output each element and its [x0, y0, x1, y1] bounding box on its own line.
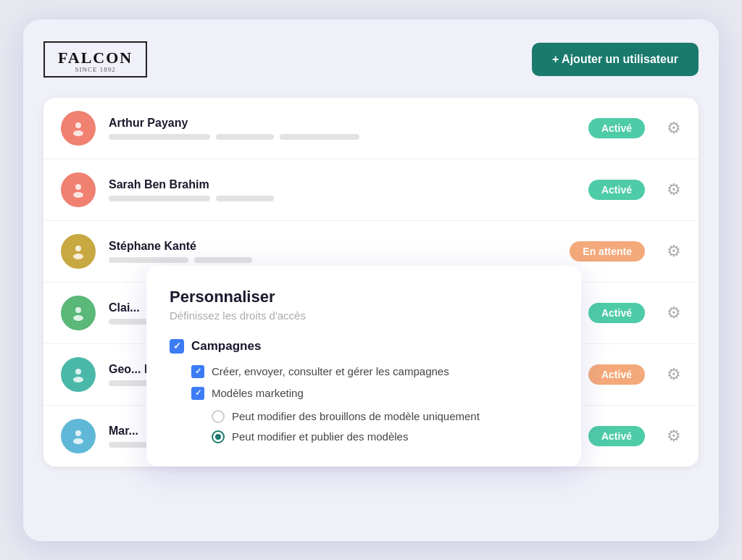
- gear-icon[interactable]: ⚙: [667, 242, 681, 261]
- radio-publish[interactable]: [212, 430, 225, 443]
- radio-drafts[interactable]: [212, 410, 225, 423]
- avatar: [61, 172, 96, 207]
- avatar: [61, 111, 96, 146]
- status-badge: Activé: [588, 364, 645, 385]
- radio-label-publish: Peut modifier et publier des modèles: [232, 430, 408, 443]
- campagnes-checkbox[interactable]: [170, 339, 184, 354]
- app-container: FALCON SINCE 1892 + Ajouter un utilisate…: [23, 20, 719, 541]
- bar: [109, 134, 210, 140]
- popup-title: Personnaliser: [170, 288, 558, 306]
- bar: [216, 134, 274, 140]
- status-badge: En attente: [570, 241, 645, 262]
- table-row: Sarah Ben Brahim Activé ⚙: [43, 159, 699, 221]
- avatar: [61, 234, 96, 269]
- svg-point-1: [73, 130, 83, 136]
- user-bars: [109, 257, 556, 263]
- top-bar: FALCON SINCE 1892 + Ajouter un utilisate…: [43, 41, 699, 78]
- gear-icon[interactable]: ⚙: [667, 304, 681, 322]
- user-info: Stéphane Kanté: [109, 240, 556, 263]
- permission-list: Créer, envoyer, consulter et gérer les c…: [170, 365, 558, 443]
- gear-icon[interactable]: ⚙: [667, 365, 681, 384]
- perm-checkbox-templates[interactable]: [191, 387, 204, 400]
- user-info: Sarah Ben Brahim: [109, 178, 575, 201]
- perm-label: Créer, envoyer, consulter et gérer les c…: [212, 365, 449, 377]
- svg-point-10: [75, 430, 81, 436]
- user-name: Sarah Ben Brahim: [109, 178, 575, 191]
- svg-point-9: [73, 377, 83, 383]
- section-header: Campagnes: [170, 339, 558, 354]
- user-name: Arthur Payany: [109, 117, 575, 130]
- perm-checkbox-create[interactable]: [191, 365, 204, 378]
- status-badge: Activé: [588, 118, 645, 138]
- svg-point-3: [73, 192, 83, 198]
- svg-point-4: [75, 246, 81, 251]
- avatar: [61, 296, 96, 330]
- radio-item-drafts: Peut modifier des brouillons de modèle u…: [212, 410, 558, 423]
- popup-overlay: Personnaliser Définissez les droits d'ac…: [146, 266, 581, 467]
- bar: [109, 196, 210, 201]
- svg-point-5: [73, 254, 83, 259]
- logo: FALCON SINCE 1892: [43, 41, 147, 78]
- perm-item: Créer, envoyer, consulter et gérer les c…: [191, 365, 558, 378]
- bar: [194, 257, 252, 263]
- avatar: [61, 419, 96, 454]
- user-bars: [109, 134, 575, 140]
- status-badge: Activé: [588, 180, 645, 200]
- svg-point-7: [73, 315, 83, 321]
- bar: [109, 257, 188, 263]
- bar: [216, 196, 274, 201]
- svg-point-8: [75, 369, 81, 375]
- svg-point-6: [75, 307, 81, 313]
- status-badge: Activé: [588, 426, 645, 446]
- user-name: Stéphane Kanté: [109, 240, 556, 253]
- svg-point-11: [73, 438, 83, 444]
- user-bars: [109, 196, 575, 201]
- gear-icon[interactable]: ⚙: [667, 180, 681, 199]
- permissions-popup: Personnaliser Définissez les droits d'ac…: [146, 266, 581, 467]
- avatar: [61, 357, 96, 392]
- svg-point-2: [75, 184, 81, 190]
- user-info: Arthur Payany: [109, 117, 575, 140]
- bar: [280, 134, 359, 140]
- perm-label: Modèles marketing: [212, 387, 304, 399]
- radio-label-drafts: Peut modifier des brouillons de modèle u…: [232, 410, 480, 422]
- svg-point-0: [75, 122, 81, 128]
- perm-item: Modèles marketing: [191, 387, 558, 400]
- radio-item-publish: Peut modifier et publier des modèles: [212, 430, 558, 443]
- status-badge: Activé: [588, 303, 645, 323]
- logo-title: FALCON: [58, 49, 133, 67]
- popup-subtitle: Définissez les droits d'accès: [170, 309, 558, 322]
- table-row: Arthur Payany Activé ⚙: [43, 98, 699, 159]
- section-label: Campagnes: [191, 339, 261, 354]
- sub-perm-list: Peut modifier des brouillons de modèle u…: [191, 410, 558, 443]
- add-user-button[interactable]: + Ajouter un utilisateur: [532, 43, 699, 76]
- gear-icon[interactable]: ⚙: [667, 119, 681, 138]
- gear-icon[interactable]: ⚙: [667, 427, 681, 446]
